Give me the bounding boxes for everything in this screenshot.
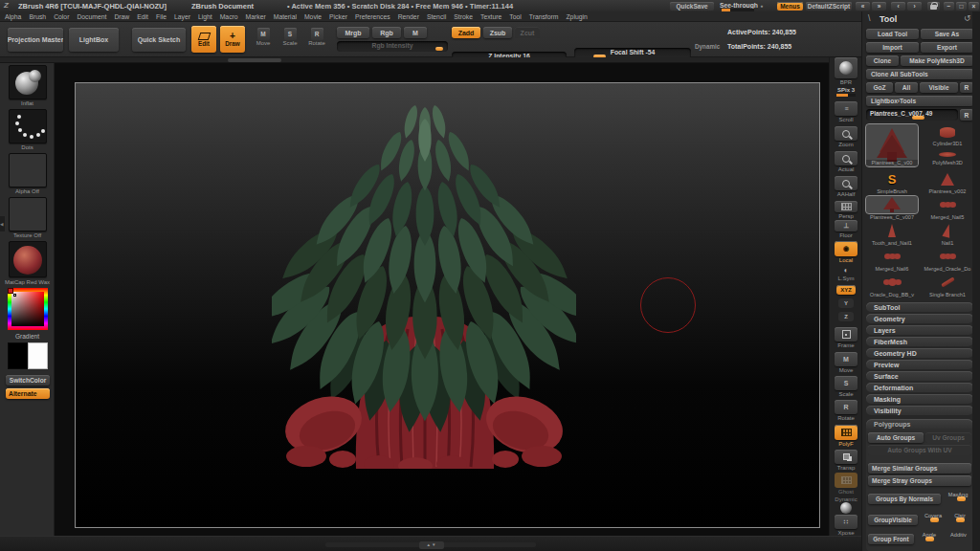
section-deformation[interactable]: Deformation [866,383,973,392]
shelf-floor-button[interactable]: ⊥ Floor [833,220,859,238]
section-surface[interactable]: Surface [866,371,973,381]
top-tray-divider-handle[interactable] [228,58,281,62]
restore-config-icon[interactable]: ↺ [964,13,971,23]
switch-color-button[interactable]: SwitchColor [6,375,50,386]
uv-groups-button[interactable]: Uv Groups [925,432,971,443]
current-alpha-thumbnail[interactable] [9,153,47,187]
inventory-item-single-branch1[interactable] [922,274,973,291]
menu-texture[interactable]: Texture [480,13,501,20]
angle-slider[interactable]: Angle [917,532,942,538]
coverage-handle[interactable] [930,518,939,522]
export-button[interactable]: Export [921,42,973,53]
color-picker-sv-square[interactable] [11,292,44,326]
goz-all-button[interactable]: All [895,82,918,93]
inventory-item-merged-nail5[interactable] [922,196,973,213]
group-front-button[interactable]: Group Front [868,534,914,544]
goz-r-button[interactable]: R [960,82,973,93]
shelf-local-button[interactable]: ◉ Local [833,241,859,263]
bottom-divider-handle[interactable]: ▲▼ [419,541,444,549]
section-subtool[interactable]: SubTool [866,302,973,312]
menu-document[interactable]: Document [77,13,106,20]
shelf-polyf-button[interactable]: PolyF [833,425,859,447]
zcut-button[interactable]: Zcut [515,27,540,38]
menu-zplugin[interactable]: Zplugin [566,13,587,20]
shelf-actual-button[interactable]: Actual [833,151,859,172]
shelf-ghost-button[interactable]: Ghost [833,473,859,495]
tool-panel-scroll-gutter[interactable] [972,11,980,551]
current-tool-handle[interactable] [912,116,924,120]
active-tool-thumbnail[interactable]: Plantrees_C_v00 [866,124,918,166]
shelf-z-button[interactable]: Z [833,312,859,321]
inventory-item-merged-oracle[interactable] [922,248,973,265]
merge-similar-groups-button[interactable]: Merge Similar Groups [868,463,971,474]
spix-handle[interactable] [836,94,848,97]
tray-scroll-left-button[interactable]: « [856,2,870,11]
inventory-item-cylinder3d[interactable] [922,124,973,140]
scale-button[interactable]: S Scale [278,26,302,53]
shelf-transp-button[interactable]: Transp [833,450,859,471]
load-tool-button[interactable]: Load Tool [866,29,919,39]
menu-picker[interactable]: Picker [329,13,347,20]
shelf-scroll-button[interactable]: ≡ Scroll [833,101,859,122]
quick-sketch-button[interactable]: Quick Sketch [132,28,186,52]
menu-preferences[interactable]: Preferences [355,13,390,20]
inventory-item-plantrees-v002[interactable] [922,170,973,187]
current-brush-thumbnail[interactable] [9,65,47,99]
canvas-viewport[interactable] [55,63,829,536]
menu-alpha[interactable]: Alpha [5,13,21,20]
section-preview[interactable]: Preview [866,360,973,369]
doc-prev-button[interactable]: ‹ [891,2,905,11]
current-texture-thumbnail[interactable] [9,197,47,231]
inventory-item-polymesh3d[interactable] [922,149,973,159]
inventory-item-simplebrush[interactable]: S [866,170,918,187]
shelf-persp-button[interactable]: Persp [833,201,859,219]
tool-r-button[interactable]: R [960,109,973,121]
m-button[interactable]: M [404,27,427,38]
menu-color[interactable]: Color [54,13,69,20]
default-zscript-button[interactable]: DefaultZScript [806,2,852,11]
quicksave-button[interactable]: QuickSave [670,2,714,11]
lightbox-tools-button[interactable]: Lightbox›Tools [866,96,973,106]
lock-button[interactable] [927,2,940,11]
zsub-button[interactable]: Zsub [483,27,512,38]
menu-marker[interactable]: Marker [246,13,266,20]
menu-macro[interactable]: Macro [220,13,238,20]
groups-by-normals-button[interactable]: Groups By Normals [868,494,941,504]
main-color-swatch[interactable] [8,342,28,369]
sculpt-model-tree[interactable] [272,90,576,469]
see-through-slider[interactable]: See-through ● [720,1,771,11]
groupvisible-button[interactable]: GroupVisible [868,515,918,525]
shelf-lsym-button[interactable]: ◐ L.Sym [833,266,859,281]
section-geometry-hd[interactable]: Geometry HD [866,348,973,358]
menu-brush[interactable]: Brush [29,13,46,20]
tray-scroll-right-button[interactable]: » [872,2,886,11]
inventory-item-merged-nail6[interactable] [866,248,918,265]
color-picker-cursor[interactable] [13,294,16,297]
doc-next-button[interactable]: › [907,2,922,11]
menu-layer[interactable]: Layer [174,13,190,20]
shelf-aahalf-button[interactable]: AAHalf [833,176,859,197]
goz-visible-button[interactable]: Visible [920,82,958,93]
shelf-xyz-button[interactable]: XYZ [833,285,859,295]
lightbox-button[interactable]: LightBox [69,28,119,52]
coverage-slider[interactable]: Covera [921,513,946,518]
auto-groups-button[interactable]: Auto Groups [868,432,924,443]
section-masking[interactable]: Masking [866,394,973,404]
make-polymesh3d-button[interactable]: Make PolyMesh3D [901,55,973,66]
close-button[interactable]: × [969,2,979,11]
menu-draw[interactable]: Draw [114,13,129,20]
cluster-handle[interactable] [956,518,965,522]
menu-tool[interactable]: Tool [509,13,521,20]
clone-all-subtools-button[interactable]: Clone All SubTools [866,69,973,79]
section-polygroups[interactable]: Polygroups [866,419,973,429]
menus-toggle-button[interactable]: Menus [777,2,803,11]
edit-button[interactable]: Edit [191,26,216,53]
cluster-slider[interactable]: Clstr [948,513,971,518]
left-tray-collapse-handle[interactable]: ◀ [0,216,5,231]
menu-transform[interactable]: Transform [529,13,559,20]
projection-master-button[interactable]: Projection Master [8,28,63,52]
additive-slider[interactable]: Additiv [946,532,971,538]
document-area[interactable] [75,82,820,528]
angle-handle[interactable] [925,537,934,541]
import-button[interactable]: Import [866,42,919,53]
